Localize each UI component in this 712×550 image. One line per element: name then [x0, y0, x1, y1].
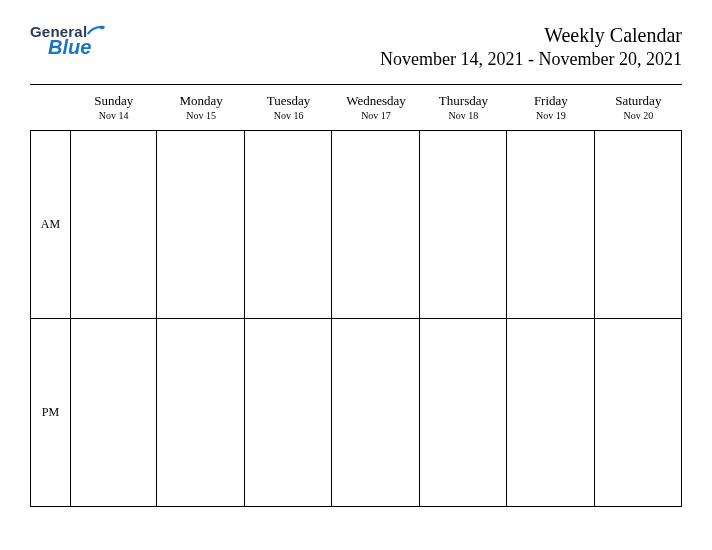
cell-am-saturday — [595, 131, 682, 319]
cell-pm-friday — [507, 319, 594, 507]
day-header-saturday: Saturday Nov 20 — [595, 89, 682, 131]
svg-point-0 — [100, 25, 104, 29]
cell-am-sunday — [70, 131, 157, 319]
day-name: Thursday — [420, 93, 507, 109]
day-header-sunday: Sunday Nov 14 — [70, 89, 157, 131]
page-subtitle: November 14, 2021 - November 20, 2021 — [380, 49, 682, 70]
cell-am-wednesday — [332, 131, 419, 319]
grid-corner — [30, 89, 70, 131]
day-date: Nov 16 — [245, 110, 332, 121]
period-am-label: AM — [30, 131, 70, 319]
day-date: Nov 19 — [507, 110, 594, 121]
header-row: General Blue Weekly Calendar November 14… — [30, 24, 682, 70]
cell-am-tuesday — [245, 131, 332, 319]
day-date: Nov 15 — [157, 110, 244, 121]
calendar-grid: Sunday Nov 14 Monday Nov 15 Tuesday Nov … — [30, 89, 682, 507]
day-name: Sunday — [70, 93, 157, 109]
cell-pm-monday — [157, 319, 244, 507]
logo: General Blue — [30, 24, 105, 57]
day-date: Nov 17 — [332, 110, 419, 121]
day-header-friday: Friday Nov 19 — [507, 89, 594, 131]
day-name: Monday — [157, 93, 244, 109]
cell-am-thursday — [420, 131, 507, 319]
cell-pm-saturday — [595, 319, 682, 507]
day-header-wednesday: Wednesday Nov 17 — [332, 89, 419, 131]
day-date: Nov 20 — [595, 110, 682, 121]
day-name: Tuesday — [245, 93, 332, 109]
cell-pm-wednesday — [332, 319, 419, 507]
cell-am-friday — [507, 131, 594, 319]
logo-text-blue: Blue — [48, 37, 105, 57]
title-block: Weekly Calendar November 14, 2021 - Nove… — [380, 24, 682, 70]
day-name: Wednesday — [332, 93, 419, 109]
logo-swoosh-icon — [87, 24, 105, 36]
day-name: Friday — [507, 93, 594, 109]
day-header-thursday: Thursday Nov 18 — [420, 89, 507, 131]
day-date: Nov 14 — [70, 110, 157, 121]
cell-am-monday — [157, 131, 244, 319]
header-divider — [30, 84, 682, 85]
day-header-monday: Monday Nov 15 — [157, 89, 244, 131]
day-header-tuesday: Tuesday Nov 16 — [245, 89, 332, 131]
day-date: Nov 18 — [420, 110, 507, 121]
page-title: Weekly Calendar — [380, 24, 682, 47]
day-name: Saturday — [595, 93, 682, 109]
period-pm-label: PM — [30, 319, 70, 507]
cell-pm-tuesday — [245, 319, 332, 507]
cell-pm-thursday — [420, 319, 507, 507]
cell-pm-sunday — [70, 319, 157, 507]
